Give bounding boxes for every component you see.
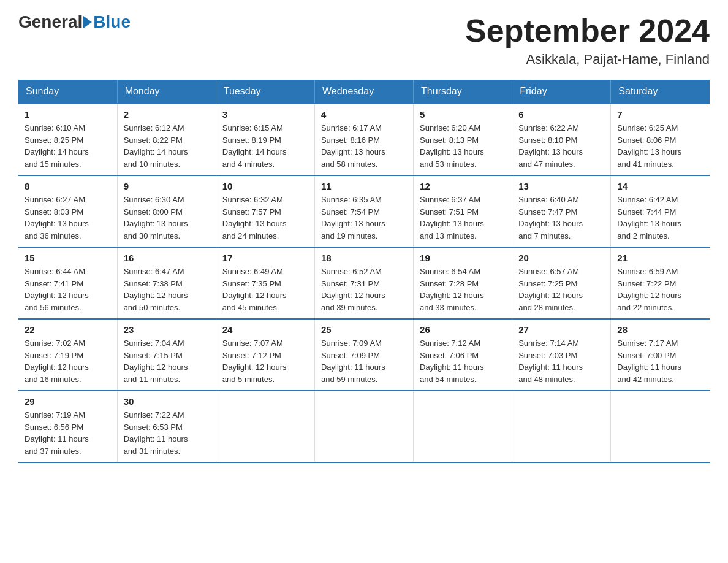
calendar-day-cell: 29 Sunrise: 7:19 AMSunset: 6:56 PMDaylig… — [18, 391, 117, 462]
calendar-day-cell: 2 Sunrise: 6:12 AMSunset: 8:22 PMDayligh… — [117, 104, 216, 175]
calendar-day-cell: 5 Sunrise: 6:20 AMSunset: 8:13 PMDayligh… — [414, 104, 512, 175]
day-info: Sunrise: 6:25 AMSunset: 8:06 PMDaylight:… — [617, 122, 703, 170]
calendar-week-row: 8 Sunrise: 6:27 AMSunset: 8:03 PMDayligh… — [18, 175, 710, 247]
calendar-day-cell: 13 Sunrise: 6:40 AMSunset: 7:47 PMDaylig… — [512, 175, 611, 247]
calendar-table: SundayMondayTuesdayWednesdayThursdayFrid… — [18, 80, 710, 463]
calendar-week-row: 1 Sunrise: 6:10 AMSunset: 8:25 PMDayligh… — [18, 104, 710, 175]
day-info: Sunrise: 7:09 AMSunset: 7:09 PMDaylight:… — [321, 337, 407, 385]
day-info: Sunrise: 7:14 AMSunset: 7:03 PMDaylight:… — [518, 337, 604, 385]
day-info: Sunrise: 6:47 AMSunset: 7:38 PMDaylight:… — [124, 266, 210, 313]
calendar-empty-cell — [314, 391, 413, 462]
day-info: Sunrise: 6:35 AMSunset: 7:54 PMDaylight:… — [321, 194, 407, 242]
day-info: Sunrise: 7:12 AMSunset: 7:06 PMDaylight:… — [420, 337, 506, 385]
day-number: 29 — [25, 396, 111, 407]
day-number: 20 — [518, 253, 604, 263]
day-number: 12 — [420, 181, 506, 191]
day-info: Sunrise: 7:02 AMSunset: 7:19 PMDaylight:… — [25, 337, 111, 385]
logo-blue-part: Blue — [82, 12, 131, 32]
day-number: 24 — [222, 324, 308, 335]
calendar-day-cell: 23 Sunrise: 7:04 AMSunset: 7:15 PMDaylig… — [117, 319, 216, 391]
day-info: Sunrise: 7:04 AMSunset: 7:15 PMDaylight:… — [124, 337, 210, 385]
day-number: 17 — [222, 253, 308, 263]
day-number: 23 — [124, 324, 210, 335]
day-number: 19 — [420, 253, 506, 263]
calendar-day-cell: 15 Sunrise: 6:44 AMSunset: 7:41 PMDaylig… — [18, 247, 117, 319]
day-info: Sunrise: 6:49 AMSunset: 7:35 PMDaylight:… — [222, 266, 308, 313]
day-info: Sunrise: 7:17 AMSunset: 7:00 PMDaylight:… — [617, 337, 703, 385]
calendar-day-cell: 9 Sunrise: 6:30 AMSunset: 8:00 PMDayligh… — [117, 175, 216, 247]
day-info: Sunrise: 6:59 AMSunset: 7:22 PMDaylight:… — [617, 266, 703, 313]
day-info: Sunrise: 6:44 AMSunset: 7:41 PMDaylight:… — [25, 266, 111, 313]
day-number: 11 — [321, 181, 407, 191]
day-info: Sunrise: 7:19 AMSunset: 6:56 PMDaylight:… — [25, 409, 111, 457]
day-number: 14 — [617, 181, 703, 191]
day-number: 28 — [617, 324, 703, 335]
calendar-day-cell: 25 Sunrise: 7:09 AMSunset: 7:09 PMDaylig… — [314, 319, 413, 391]
title-section: September 2024 Asikkala, Paijat-Hame, Fi… — [465, 12, 710, 67]
weekday-header-row: SundayMondayTuesdayWednesdayThursdayFrid… — [18, 80, 710, 104]
calendar-day-cell: 1 Sunrise: 6:10 AMSunset: 8:25 PMDayligh… — [18, 104, 117, 175]
calendar-day-cell: 30 Sunrise: 7:22 AMSunset: 6:53 PMDaylig… — [117, 391, 216, 462]
calendar-day-cell: 6 Sunrise: 6:22 AMSunset: 8:10 PMDayligh… — [512, 104, 611, 175]
day-number: 1 — [25, 109, 111, 120]
day-info: Sunrise: 6:22 AMSunset: 8:10 PMDaylight:… — [518, 122, 604, 170]
day-info: Sunrise: 7:22 AMSunset: 6:53 PMDaylight:… — [124, 409, 210, 457]
calendar-day-cell: 19 Sunrise: 6:54 AMSunset: 7:28 PMDaylig… — [414, 247, 512, 319]
day-info: Sunrise: 6:52 AMSunset: 7:31 PMDaylight:… — [321, 266, 407, 313]
day-info: Sunrise: 7:07 AMSunset: 7:12 PMDaylight:… — [222, 337, 308, 385]
logo-arrow-icon — [83, 16, 92, 28]
day-number: 15 — [25, 253, 111, 263]
weekday-header-thursday: Thursday — [414, 80, 512, 104]
calendar-day-cell: 12 Sunrise: 6:37 AMSunset: 7:51 PMDaylig… — [414, 175, 512, 247]
location-title: Asikkala, Paijat-Hame, Finland — [465, 52, 710, 67]
day-info: Sunrise: 6:10 AMSunset: 8:25 PMDaylight:… — [25, 122, 111, 170]
weekday-header-sunday: Sunday — [18, 80, 117, 104]
weekday-header-monday: Monday — [117, 80, 216, 104]
calendar-day-cell: 11 Sunrise: 6:35 AMSunset: 7:54 PMDaylig… — [314, 175, 413, 247]
calendar-day-cell: 26 Sunrise: 7:12 AMSunset: 7:06 PMDaylig… — [414, 319, 512, 391]
day-number: 27 — [518, 324, 604, 335]
calendar-week-row: 22 Sunrise: 7:02 AMSunset: 7:19 PMDaylig… — [18, 319, 710, 391]
weekday-header-wednesday: Wednesday — [314, 80, 413, 104]
day-number: 3 — [222, 109, 308, 120]
calendar-empty-cell — [611, 391, 710, 462]
calendar-day-cell: 21 Sunrise: 6:59 AMSunset: 7:22 PMDaylig… — [611, 247, 710, 319]
calendar-empty-cell — [414, 391, 512, 462]
calendar-empty-cell — [216, 391, 314, 462]
calendar-day-cell: 4 Sunrise: 6:17 AMSunset: 8:16 PMDayligh… — [314, 104, 413, 175]
calendar-empty-cell — [512, 391, 611, 462]
weekday-header-friday: Friday — [512, 80, 611, 104]
day-number: 26 — [420, 324, 506, 335]
day-info: Sunrise: 6:15 AMSunset: 8:19 PMDaylight:… — [222, 122, 308, 170]
logo: General Blue — [18, 12, 131, 32]
day-number: 18 — [321, 253, 407, 263]
calendar-day-cell: 27 Sunrise: 7:14 AMSunset: 7:03 PMDaylig… — [512, 319, 611, 391]
weekday-header-saturday: Saturday — [611, 80, 710, 104]
calendar-day-cell: 17 Sunrise: 6:49 AMSunset: 7:35 PMDaylig… — [216, 247, 314, 319]
day-info: Sunrise: 6:27 AMSunset: 8:03 PMDaylight:… — [25, 194, 111, 242]
day-info: Sunrise: 6:17 AMSunset: 8:16 PMDaylight:… — [321, 122, 407, 170]
calendar-day-cell: 3 Sunrise: 6:15 AMSunset: 8:19 PMDayligh… — [216, 104, 314, 175]
day-info: Sunrise: 6:30 AMSunset: 8:00 PMDaylight:… — [124, 194, 210, 242]
day-info: Sunrise: 6:42 AMSunset: 7:44 PMDaylight:… — [617, 194, 703, 242]
calendar-day-cell: 24 Sunrise: 7:07 AMSunset: 7:12 PMDaylig… — [216, 319, 314, 391]
day-number: 9 — [124, 181, 210, 191]
day-number: 10 — [222, 181, 308, 191]
day-number: 4 — [321, 109, 407, 120]
day-number: 22 — [25, 324, 111, 335]
day-number: 30 — [124, 396, 210, 407]
page-header: General Blue September 2024 Asikkala, Pa… — [18, 12, 710, 67]
calendar-week-row: 15 Sunrise: 6:44 AMSunset: 7:41 PMDaylig… — [18, 247, 710, 319]
day-info: Sunrise: 6:54 AMSunset: 7:28 PMDaylight:… — [420, 266, 506, 313]
day-number: 7 — [617, 109, 703, 120]
day-info: Sunrise: 6:40 AMSunset: 7:47 PMDaylight:… — [518, 194, 604, 242]
calendar-day-cell: 16 Sunrise: 6:47 AMSunset: 7:38 PMDaylig… — [117, 247, 216, 319]
day-number: 5 — [420, 109, 506, 120]
day-number: 16 — [124, 253, 210, 263]
day-info: Sunrise: 6:32 AMSunset: 7:57 PMDaylight:… — [222, 194, 308, 242]
calendar-day-cell: 10 Sunrise: 6:32 AMSunset: 7:57 PMDaylig… — [216, 175, 314, 247]
calendar-day-cell: 8 Sunrise: 6:27 AMSunset: 8:03 PMDayligh… — [18, 175, 117, 247]
day-number: 8 — [25, 181, 111, 191]
day-number: 6 — [518, 109, 604, 120]
calendar-day-cell: 7 Sunrise: 6:25 AMSunset: 8:06 PMDayligh… — [611, 104, 710, 175]
